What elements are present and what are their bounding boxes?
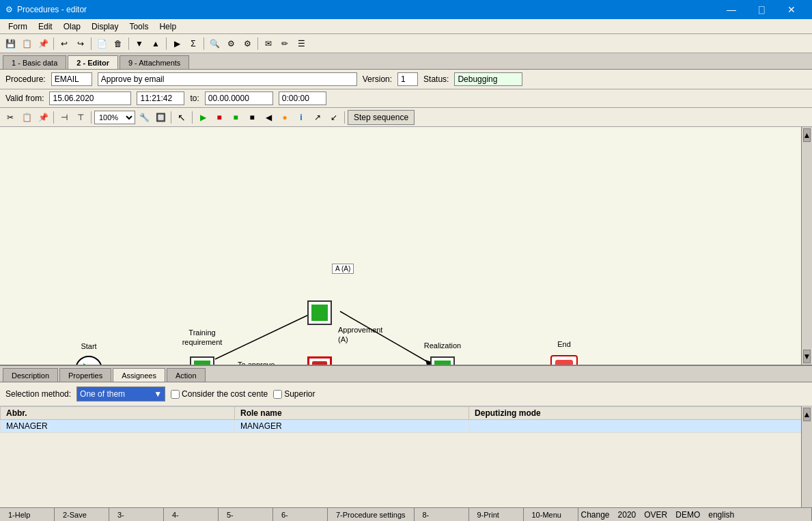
new-btn[interactable]: 📄 [94, 36, 109, 51]
status-bar: 1-Help 2-Save 3- 4- 5- 6- 7-Procedure se… [0, 507, 812, 521]
sep2 [91, 38, 92, 50]
editor-toolbar: ✂ 📋 📌 ⊣ ⊤ 100% 75% 50% 150% 🔧 🔲 ↖ ▶ ■ ■ … [0, 108, 812, 127]
orange-circ-btn[interactable]: ● [277, 110, 292, 125]
procedure-version[interactable] [397, 72, 418, 86]
tools-btn[interactable]: 🔧 [137, 110, 152, 125]
superior-checkbox[interactable] [273, 390, 282, 399]
search-btn[interactable]: 🔍 [207, 36, 222, 51]
filter-btn[interactable]: ⚙ [223, 36, 238, 51]
tab-basic-data[interactable]: 1 - Basic data [3, 55, 66, 69]
status-menu[interactable]: 10-Menu [524, 508, 578, 521]
arrow-down-btn[interactable]: ▼ [132, 36, 147, 51]
filter2-btn[interactable]: ⚙ [240, 36, 255, 51]
title-bar-title: Procedures - editor [17, 5, 87, 14]
green-sq-btn[interactable]: ■ [228, 110, 243, 125]
zoom-select[interactable]: 100% 75% 50% 150% [94, 111, 135, 124]
diagram-area[interactable]: Start Trainingrequirement A (A) To appro… [0, 127, 812, 365]
node-start[interactable]: Start [75, 356, 102, 365]
status-6[interactable]: 6- [273, 508, 328, 521]
status-save[interactable]: 2-Save [55, 508, 109, 521]
cell-role: MANAGER [235, 420, 469, 433]
valid-time[interactable] [137, 91, 184, 105]
paste-btn[interactable]: 📌 [36, 36, 51, 51]
node-approve-mid[interactable] [307, 356, 332, 365]
save-btn[interactable]: 💾 [3, 36, 18, 51]
menu-display[interactable]: Display [86, 20, 124, 33]
tag-a-top: A (A) [332, 264, 354, 274]
collapse-btn[interactable]: ↙ [326, 110, 341, 125]
snap-btn[interactable]: 🔲 [153, 110, 168, 125]
tab-attachments[interactable]: 9 - Attachments [120, 55, 189, 69]
black-sq-btn[interactable]: ■ [244, 110, 260, 125]
consider-cost-center-checkbox[interactable] [171, 390, 180, 399]
tab-action[interactable]: Action [167, 368, 206, 382]
email-btn[interactable]: ✉ [261, 36, 276, 51]
status-8[interactable]: 8- [415, 508, 469, 521]
tab-properties[interactable]: Properties [59, 368, 111, 382]
mid-square-red [307, 356, 332, 365]
epaste-btn[interactable]: 📌 [36, 110, 51, 125]
delete-btn[interactable]: 🗑 [111, 36, 126, 51]
maximize-button[interactable]: ⎕ [746, 0, 776, 19]
menu-form[interactable]: Form [3, 20, 33, 33]
status-label: Status: [423, 74, 449, 84]
table-row[interactable]: MANAGER MANAGER [1, 420, 812, 433]
redo-btn[interactable]: ↪ [73, 36, 88, 51]
expand-btn[interactable]: ↗ [310, 110, 325, 125]
menu-icon-btn[interactable]: ☰ [294, 36, 309, 51]
selection-dropdown[interactable]: One of them ▼ [76, 386, 165, 402]
status-print[interactable]: 9-Print [469, 508, 524, 521]
menu-olap[interactable]: Olap [58, 20, 86, 33]
procedure-code[interactable] [51, 72, 92, 86]
valid-row: Valid from: to: [0, 89, 812, 108]
procedure-status[interactable] [454, 72, 522, 86]
node-training[interactable]: Trainingrequirement [190, 356, 214, 365]
align-left-btn[interactable]: ⊣ [57, 110, 72, 125]
cut-btn[interactable]: ✂ [3, 110, 18, 125]
sum-btn[interactable]: Σ [186, 36, 201, 51]
scroll-down-btn[interactable]: ▼ [803, 350, 811, 363]
to-date[interactable] [205, 91, 273, 105]
node-end[interactable]: End [550, 355, 578, 365]
table-scrollbar[interactable]: ▲ [801, 406, 812, 521]
status-3[interactable]: 3- [109, 508, 164, 521]
status-4[interactable]: 4- [164, 508, 219, 521]
scroll-up-btn[interactable]: ▲ [803, 128, 811, 142]
tab-editor[interactable]: 2 - Editor [68, 55, 118, 69]
mid-inner-red [312, 361, 327, 365]
run-btn[interactable]: ▶ [169, 36, 184, 51]
step-sequence-btn[interactable]: Step sequence [348, 110, 415, 125]
cursor-btn[interactable]: ↖ [174, 110, 189, 125]
copy-btn[interactable]: 📋 [19, 36, 34, 51]
info-btn[interactable]: i [294, 110, 309, 125]
table-scroll-up[interactable]: ▲ [803, 408, 811, 421]
close-button[interactable]: ✕ [776, 0, 807, 19]
stop-red-btn[interactable]: ■ [212, 110, 227, 125]
menu-help[interactable]: Help [154, 20, 182, 33]
ecopy-btn[interactable]: 📋 [19, 110, 34, 125]
menu-edit[interactable]: Edit [33, 20, 58, 33]
edit-btn[interactable]: ✏ [277, 36, 292, 51]
status-over: OVER [644, 510, 667, 520]
main-content: Start Trainingrequirement A (A) To appro… [0, 127, 812, 521]
status-proc-settings[interactable]: 7-Procedure settings [328, 508, 415, 521]
back-btn[interactable]: ◀ [261, 110, 276, 125]
node-approve-top[interactable] [307, 300, 332, 325]
undo-btn[interactable]: ↩ [57, 36, 72, 51]
status-help[interactable]: 1-Help [0, 508, 55, 521]
tab-assignees[interactable]: Assignees [113, 368, 165, 382]
status-5[interactable]: 5- [219, 508, 273, 521]
to-time[interactable] [279, 91, 326, 105]
arrow-up-btn[interactable]: ▲ [148, 36, 163, 51]
align-top-btn[interactable]: ⊤ [73, 110, 88, 125]
minimize-button[interactable]: — [716, 0, 746, 19]
node-realization[interactable]: Realization [430, 356, 455, 365]
procedure-name[interactable] [98, 72, 357, 86]
esep1 [53, 111, 54, 124]
play-green-btn[interactable]: ▶ [195, 110, 210, 125]
menu-tools[interactable]: Tools [124, 20, 154, 33]
training-square [190, 356, 214, 365]
valid-date[interactable] [49, 91, 131, 105]
diagram-scrollbar-v[interactable]: ▲ ▼ [801, 127, 812, 365]
tab-description[interactable]: Description [3, 368, 58, 382]
